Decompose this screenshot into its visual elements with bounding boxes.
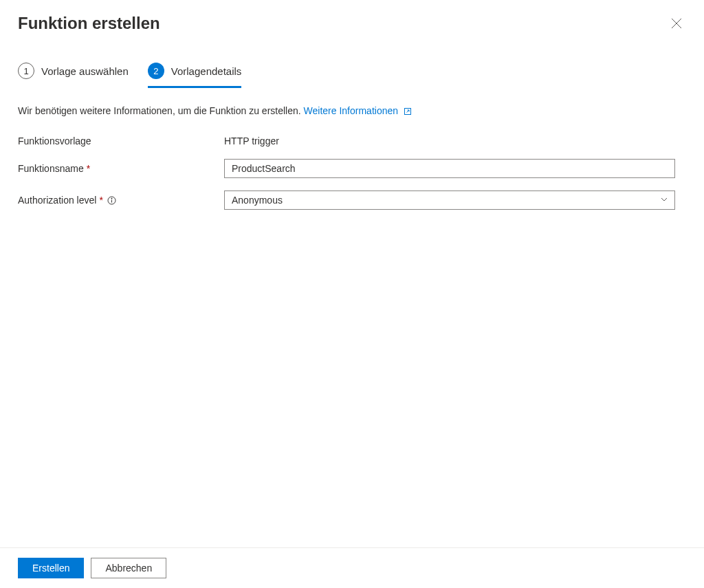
function-name-label: Funktionsname * [18,163,224,174]
template-label: Funktionsvorlage [18,135,224,146]
auth-level-select[interactable]: Anonymous [224,190,675,210]
stepper: 1 Vorlage auswählen 2 Vorlagendetails [0,35,704,86]
svg-line-3 [406,110,409,113]
create-button[interactable]: Erstellen [18,558,84,578]
cancel-button[interactable]: Abbrechen [91,558,166,578]
description-text: Wir benötigen weitere Informationen, um … [18,105,686,116]
auth-level-label-text: Authorization level [18,195,96,206]
step-label: Vorlagendetails [171,65,242,77]
auth-level-select-value: Anonymous [224,190,675,210]
close-button[interactable] [667,14,686,35]
more-info-link-text: Weitere Informationen [304,105,398,116]
external-link-icon [404,107,412,116]
step-select-template[interactable]: 1 Vorlage auswählen [18,63,129,86]
dialog-header: Funktion erstellen [0,0,704,35]
step-label: Vorlage auswählen [41,65,129,77]
info-icon[interactable] [107,196,116,205]
function-name-label-text: Funktionsname [18,163,84,174]
close-icon [671,18,682,31]
form-row-function-name: Funktionsname * [18,159,686,178]
form-row-auth-level: Authorization level * Anonymous [18,190,686,210]
content-area: Wir benötigen weitere Informationen, um … [0,86,704,210]
required-indicator: * [87,163,90,174]
function-name-input[interactable] [224,159,675,178]
dialog-title: Funktion erstellen [18,14,160,33]
required-indicator: * [99,195,102,206]
auth-level-label: Authorization level * [18,195,224,206]
description-body: Wir benötigen weitere Informationen, um … [18,105,301,116]
dialog-footer: Erstellen Abbrechen [0,547,704,588]
step-number: 1 [18,63,34,79]
more-info-link[interactable]: Weitere Informationen [304,105,412,116]
svg-point-6 [111,198,112,199]
template-value: HTTP trigger [224,135,686,146]
form-row-template: Funktionsvorlage HTTP trigger [18,135,686,146]
step-template-details[interactable]: 2 Vorlagendetails [148,63,242,88]
step-number: 2 [148,63,164,79]
